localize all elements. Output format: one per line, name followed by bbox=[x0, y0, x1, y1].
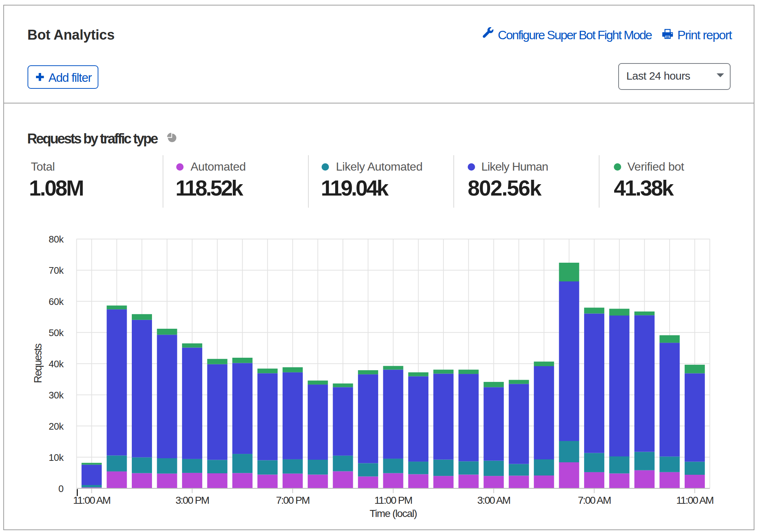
svg-text:20k: 20k bbox=[49, 421, 64, 432]
svg-text:Time (local): Time (local) bbox=[370, 508, 417, 519]
svg-text:7:00 PM: 7:00 PM bbox=[276, 495, 310, 506]
svg-text:70k: 70k bbox=[49, 265, 64, 276]
svg-text:60k: 60k bbox=[49, 296, 64, 307]
svg-text:11:00 PM: 11:00 PM bbox=[374, 495, 412, 506]
svg-text:30k: 30k bbox=[49, 390, 64, 401]
svg-text:11:00 AM: 11:00 AM bbox=[73, 495, 111, 506]
svg-text:40k: 40k bbox=[49, 358, 64, 369]
svg-text:10k: 10k bbox=[49, 452, 64, 463]
svg-text:11:00 AM: 11:00 AM bbox=[676, 495, 714, 506]
svg-text:50k: 50k bbox=[49, 327, 64, 338]
svg-text:7:00 AM: 7:00 AM bbox=[578, 495, 611, 506]
svg-text:Requests: Requests bbox=[32, 343, 44, 383]
svg-text:3:00 AM: 3:00 AM bbox=[477, 495, 510, 506]
svg-text:0: 0 bbox=[58, 483, 64, 494]
svg-text:80k: 80k bbox=[49, 234, 64, 245]
svg-text:3:00 PM: 3:00 PM bbox=[175, 495, 209, 506]
